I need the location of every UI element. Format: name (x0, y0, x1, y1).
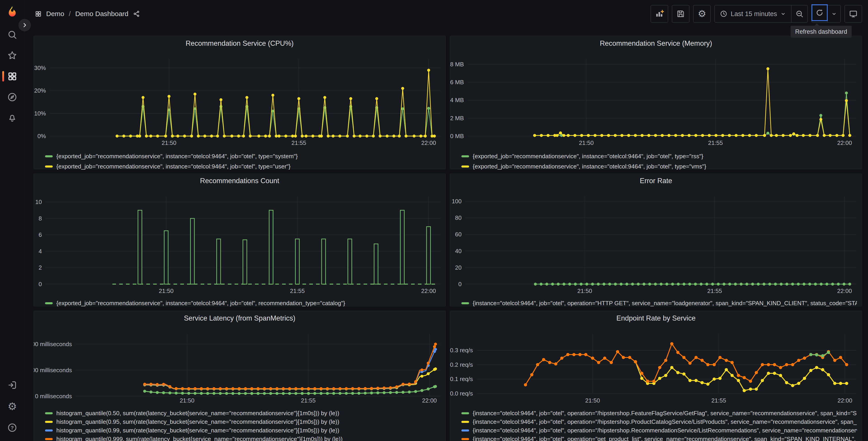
chart-series (534, 283, 851, 286)
svg-text:0 MB: 0 MB (450, 133, 464, 140)
legend-item[interactable]: {exported_job="recommendationservice", i… (45, 151, 440, 161)
svg-text:4: 4 (39, 248, 42, 255)
legend-swatch (45, 412, 53, 414)
sidebar-item-settings[interactable]: ⚙ (7, 401, 18, 412)
dashboard-panel: Recommendations Count024681021:5021:5522… (33, 173, 446, 306)
legend-swatch (461, 438, 469, 440)
chevron-right-icon (22, 22, 28, 28)
gear-icon: ⚙ (698, 9, 706, 19)
share-icon[interactable] (133, 10, 140, 17)
sidebar-item-help[interactable]: ? (7, 422, 18, 433)
chevron-down-icon (780, 11, 786, 17)
svg-text:80: 80 (455, 214, 462, 221)
legend-label: {instance="otelcol:9464", job="otel", op… (473, 300, 857, 307)
zoom-out-icon (795, 10, 804, 18)
svg-text:22:00: 22:00 (837, 397, 852, 404)
legend-item[interactable]: {exported_job="recommendationservice", i… (45, 298, 440, 308)
legend-label: {instance="otelcol:9464", job="otel", op… (473, 436, 857, 441)
svg-text:21:55: 21:55 (290, 288, 305, 294)
legend-item[interactable]: {instance="otelcol:9464", job="otel", op… (461, 409, 857, 417)
legend-item[interactable]: {instance="otelcol:9464", job="otel", op… (461, 298, 857, 308)
legend-label: histogram_quantile(0.95, sum(rate(latenc… (56, 418, 339, 425)
help-circle-icon: ? (7, 423, 17, 433)
tooltip-text: Refresh dashboard (795, 28, 847, 35)
legend-item[interactable]: {exported_job="recommendationservice", i… (461, 151, 857, 161)
panel-chart[interactable]: 02040608010021:5021:5522:00 (450, 174, 862, 307)
dashboard-settings-button[interactable]: ⚙ (693, 5, 711, 23)
legend-swatch (45, 166, 53, 168)
axis-labels: 02040608010021:5021:5522:00 (452, 198, 852, 294)
chart-grid (465, 196, 856, 284)
dashboard-panel: Error Rate02040608010021:5021:5522:00{in… (450, 173, 862, 306)
svg-text:100: 100 (452, 198, 462, 205)
sidebar-item-starred[interactable] (7, 50, 18, 61)
sidebar-item-sign-in[interactable] (7, 380, 18, 390)
svg-text:0.2 req/s: 0.2 req/s (450, 361, 473, 368)
legend-swatch (45, 421, 53, 423)
refresh-dashboard-button[interactable] (811, 4, 828, 21)
sidebar-item-alerting[interactable] (7, 113, 18, 123)
svg-text:0.3 req/s: 0.3 req/s (450, 347, 473, 354)
sidebar-item-dashboards[interactable] (7, 71, 18, 82)
dashboard-panel: Endpoint Rate by Service0.0 req/s0.1 req… (450, 311, 862, 441)
time-picker-group: Last 15 minutes (714, 5, 808, 23)
tv-kiosk-mode-button[interactable] (844, 5, 862, 23)
svg-text:21:55: 21:55 (708, 140, 723, 146)
sidebar-expand-button[interactable] (19, 19, 31, 31)
legend-item[interactable]: {instance="otelcol:9464", job="otel", op… (461, 426, 857, 435)
legend-swatch (45, 155, 53, 157)
breadcrumb-section[interactable]: Demo (46, 10, 64, 18)
svg-text:6: 6 (39, 231, 42, 238)
legend-item[interactable]: histogram_quantile(0.99, sum(rate(latenc… (45, 426, 440, 435)
toolbar: ⚙ Last 15 minutes (651, 5, 862, 23)
legend-item[interactable]: histogram_quantile(0.50, sum(rate(latenc… (45, 409, 440, 417)
legend-swatch (461, 302, 469, 304)
save-dashboard-button[interactable] (672, 5, 689, 23)
grafana-logo-icon[interactable] (6, 5, 18, 18)
panel-legend: {exported_job="recommendationservice", i… (45, 298, 440, 308)
sidebar: ⚙ ? (0, 0, 25, 441)
legend-swatch (45, 302, 53, 304)
sidebar-nav (0, 29, 25, 123)
chart-series (533, 91, 851, 137)
legend-label: {exported_job="recommendationservice", i… (473, 163, 706, 170)
svg-text:21:50: 21:50 (159, 288, 174, 294)
time-range-picker[interactable]: Last 15 minutes (715, 5, 791, 22)
svg-text:0 milliseconds: 0 milliseconds (35, 393, 72, 400)
sidebar-item-explore[interactable] (7, 92, 18, 102)
svg-text:4 MB: 4 MB (450, 97, 464, 104)
legend-item[interactable]: {exported_job="recommendationservice", i… (45, 161, 440, 172)
legend-item[interactable]: {instance="otelcol:9464", job="otel", op… (461, 417, 857, 426)
panel-legend: {instance="otelcol:9464", job="otel", op… (461, 409, 857, 441)
legend-item[interactable]: {exported_job="recommendationservice", i… (461, 161, 857, 172)
legend-label: {instance="otelcol:9464", job="otel", op… (473, 418, 857, 425)
compass-icon (7, 92, 17, 102)
dashboards-grid-icon (35, 10, 42, 17)
breadcrumb: Demo / Demo Dashboard (35, 10, 140, 18)
legend-label: {exported_job="recommendationservice", i… (56, 153, 298, 160)
refresh-interval-dropdown[interactable] (827, 5, 840, 22)
axis-labels: 0 milliseconds200 milliseconds400 millis… (34, 341, 437, 404)
legend-swatch (461, 155, 469, 157)
legend-label: {instance="otelcol:9464", job="otel", op… (473, 410, 857, 417)
chart-series (116, 69, 436, 138)
sidebar-item-search[interactable] (7, 29, 18, 40)
svg-text:21:55: 21:55 (707, 288, 722, 294)
svg-text:2: 2 (39, 264, 42, 271)
svg-text:21:55: 21:55 (301, 397, 316, 404)
star-icon (7, 51, 17, 60)
panel-legend: {exported_job="recommendationservice", i… (461, 151, 857, 172)
svg-text:60: 60 (455, 231, 462, 238)
legend-item[interactable]: {instance="otelcol:9464", job="otel", op… (461, 435, 857, 441)
topbar: Demo / Demo Dashboard ⚙ Last 15 minutes (25, 0, 868, 28)
add-panel-button[interactable] (651, 5, 668, 23)
svg-text:21:50: 21:50 (161, 140, 176, 146)
panel-chart[interactable]: 0 MB2 MB4 MB6 MB8 MB21:5021:5522:00 (450, 36, 862, 169)
legend-swatch (461, 430, 469, 432)
svg-text:21:50: 21:50 (180, 397, 194, 404)
panel-chart[interactable]: 024681021:5021:5522:00 (34, 174, 446, 307)
panel-chart[interactable]: 0%10%20%30%21:5021:5522:00 (34, 36, 446, 169)
legend-item[interactable]: histogram_quantile(0.999, sum(rate(laten… (45, 435, 440, 441)
legend-item[interactable]: histogram_quantile(0.95, sum(rate(latenc… (45, 417, 440, 426)
zoom-out-time-button[interactable] (791, 5, 807, 22)
